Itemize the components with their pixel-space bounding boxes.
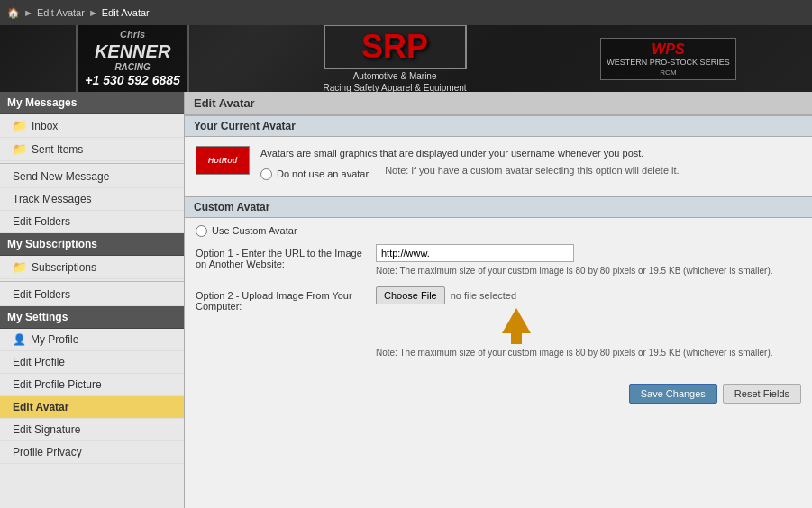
- sidebar-item-inbox[interactable]: 📁 Inbox: [0, 114, 184, 138]
- sidebar-item-edit-profile-picture[interactable]: Edit Profile Picture: [0, 374, 184, 396]
- home-icon[interactable]: 🏠: [7, 7, 20, 19]
- use-custom-row: Use Custom Avatar: [196, 225, 801, 237]
- sidebar-item-edit-folders-msg[interactable]: Edit Folders: [0, 211, 184, 233]
- wps-logo: WPS WESTERN PRO-STOCK SERIES RCM: [600, 38, 735, 80]
- option1-input-block: Note: The maximum size of your custom im…: [376, 244, 801, 277]
- user-icon: 👤: [13, 333, 26, 346]
- avatar-image: HotRod: [196, 146, 250, 175]
- no-avatar-label: Do not use an avatar: [277, 168, 369, 179]
- folder-icon: 📁: [13, 260, 27, 274]
- avatar-description: Avatars are small graphics that are disp…: [260, 146, 801, 161]
- folder-icon: 📁: [13, 142, 27, 156]
- sidebar-divider-1: [0, 163, 184, 164]
- sidebar-item-edit-profile[interactable]: Edit Profile: [0, 351, 184, 374]
- choose-file-button[interactable]: Choose File: [376, 286, 445, 304]
- srp-logo: SRP Automotive & Marine Racing Safety Ap…: [324, 25, 467, 92]
- option2-row: Option 2 - Upload Image From Your Comput…: [196, 286, 801, 359]
- sidebar-item-track-messages[interactable]: Track Messages: [0, 188, 184, 211]
- sidebar-section-subscriptions: My Subscriptions: [0, 233, 184, 256]
- use-custom-label: Use Custom Avatar: [212, 225, 297, 236]
- section-title-current-avatar: Your Current Avatar: [185, 115, 812, 137]
- avatar-desc-block: Avatars are small graphics that are disp…: [260, 146, 801, 180]
- option2-input-block: Choose File no file selected Note: The m…: [376, 286, 801, 359]
- url-note: Note: The maximum size of your custom im…: [376, 265, 801, 277]
- breadcrumb-settings[interactable]: Edit Avatar: [37, 7, 85, 18]
- arrow-up-indicator: [502, 308, 531, 344]
- sidebar-item-edit-folders-sub[interactable]: Edit Folders: [0, 284, 184, 306]
- file-row: Choose File no file selected: [376, 286, 801, 304]
- sidebar-item-profile-privacy[interactable]: Profile Privacy: [0, 441, 184, 464]
- section-title-custom-avatar: Custom Avatar: [185, 196, 812, 218]
- no-avatar-radio-row: Do not use an avatar: [260, 168, 369, 180]
- use-custom-radio[interactable]: [196, 225, 207, 237]
- option1-row: Option 1 - Enter the URL to the Image on…: [196, 244, 801, 277]
- content-page-title: Edit Avatar: [185, 92, 812, 115]
- reset-fields-button[interactable]: Reset Fields: [723, 384, 801, 404]
- file-note: Note: The maximum size of your custom im…: [376, 347, 801, 359]
- sidebar-item-my-profile[interactable]: 👤 My Profile: [0, 329, 184, 351]
- folder-icon: 📁: [13, 119, 27, 132]
- nav-separator: ►: [23, 7, 33, 18]
- no-avatar-radio[interactable]: [260, 168, 272, 180]
- option1-label: Option 1 - Enter the URL to the Image on…: [196, 244, 367, 269]
- arrow-indicator-container: [376, 304, 801, 344]
- sidebar-item-send-new[interactable]: Send New Message: [0, 166, 184, 188]
- sidebar-section-settings: My Settings: [0, 306, 184, 329]
- save-changes-button[interactable]: Save Changes: [629, 384, 717, 404]
- sidebar-item-edit-avatar[interactable]: Edit Avatar: [0, 396, 184, 419]
- custom-avatar-body: Use Custom Avatar Option 1 - Enter the U…: [185, 218, 812, 376]
- content-area: Edit Avatar Your Current Avatar HotRod A…: [185, 92, 812, 508]
- main-layout: My Messages 📁 Inbox 📁 Sent Items Send Ne…: [0, 92, 812, 508]
- breadcrumb-current: Edit Avatar: [102, 7, 150, 18]
- avatar-text: HotRod: [208, 156, 238, 165]
- no-file-label: no file selected: [451, 290, 516, 301]
- url-input[interactable]: [376, 244, 574, 262]
- option2-label: Option 2 - Upload Image From Your Comput…: [196, 286, 367, 312]
- sidebar-item-subscriptions[interactable]: 📁 Subscriptions: [0, 256, 184, 279]
- nav-separator2: ►: [88, 7, 98, 18]
- sidebar-section-messages: My Messages: [0, 92, 184, 114]
- sidebar: My Messages 📁 Inbox 📁 Sent Items Send Ne…: [0, 92, 185, 508]
- top-nav: 🏠 ► Edit Avatar ► Edit Avatar: [0, 0, 812, 25]
- sidebar-item-edit-signature[interactable]: Edit Signature: [0, 419, 184, 441]
- kenner-logo: Chris KENNER RACING +1 530 592 6885: [76, 25, 189, 92]
- sidebar-item-sent[interactable]: 📁 Sent Items: [0, 138, 184, 161]
- banner: Chris KENNER RACING +1 530 592 6885 SRP …: [0, 25, 812, 92]
- avatar-note: Note: if you have a custom avatar select…: [385, 165, 680, 176]
- current-avatar-body: HotRod Avatars are small graphics that a…: [185, 137, 812, 196]
- sidebar-divider-2: [0, 281, 184, 282]
- footer-buttons: Save Changes Reset Fields: [185, 376, 812, 411]
